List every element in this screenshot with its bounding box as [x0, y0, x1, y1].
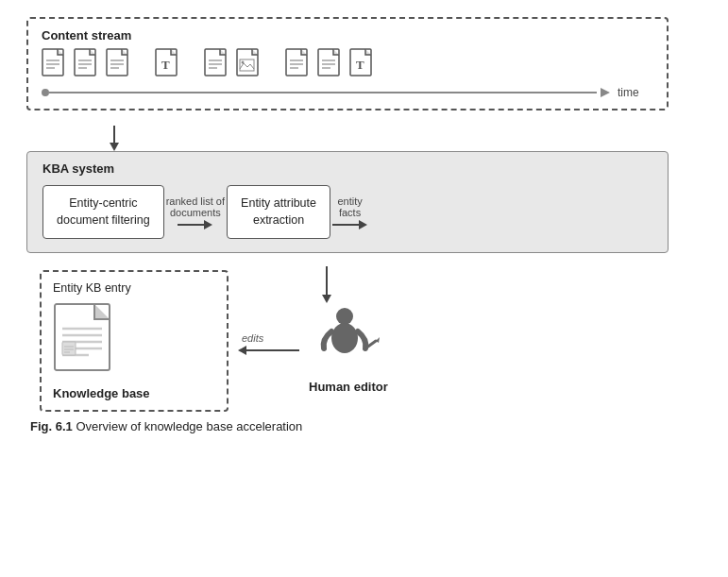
fig-number: Fig. 6.1 [30, 419, 73, 433]
svg-point-41 [336, 308, 353, 325]
fig-description: Overview of knowledge base acceleration [76, 419, 302, 433]
kba-system-box: KBA system Entity-centricdocument filter… [26, 151, 669, 253]
diagram-container: Content stream [0, 0, 728, 443]
doc-icon-5 [204, 48, 230, 80]
doc-icon-1 [42, 48, 68, 80]
human-editor-icon [316, 307, 381, 378]
content-stream-label: Content stream [42, 28, 653, 42]
doc-icon-2 [74, 48, 100, 80]
edits-label: edits [242, 332, 263, 344]
arrow-down [110, 126, 119, 151]
doc-icon-7 [285, 48, 312, 80]
arrow-down-container [26, 126, 702, 151]
doc-icon-8 [317, 48, 344, 80]
edits-line [246, 349, 299, 351]
entity-extraction-label: Entity attributeextraction [241, 196, 316, 227]
entity-filter-label: Entity-centricdocument filtering [57, 196, 150, 227]
human-editor-container: Human editor [309, 307, 388, 394]
entity-extraction-box: Entity attributeextraction [227, 185, 330, 239]
doc-icon-3 [106, 48, 132, 80]
time-arrow: time [42, 86, 653, 99]
doc-icon-9: T [349, 48, 376, 80]
svg-text:T: T [161, 58, 170, 72]
ranked-list-arrow-wrapper: ranked list ofdocuments [166, 195, 225, 229]
kb-doc-icon [53, 302, 119, 376]
entity-facts-label: entityfacts [337, 195, 362, 218]
svg-text:T: T [356, 58, 364, 72]
knowledge-base-box: Entity KB entry Knowledge base [40, 270, 229, 412]
svg-point-42 [331, 323, 358, 353]
entity-filter-box: Entity-centricdocument filtering [42, 185, 164, 239]
human-editor-label: Human editor [309, 380, 388, 394]
edits-arrowhead [238, 346, 246, 355]
kba-flow: Entity-centricdocument filtering ranked … [42, 185, 652, 239]
documents-row: T [42, 48, 653, 80]
bottom-layout: Entity KB entry Knowledge base [26, 270, 669, 412]
time-label: time [618, 86, 639, 99]
edits-arrow-container: edits [238, 346, 299, 355]
entity-facts-arrow [332, 220, 367, 229]
doc-icon-6 [236, 48, 262, 80]
doc-icon-4: T [155, 48, 181, 80]
entity-kb-entry-label: Entity KB entry [53, 281, 215, 295]
ranked-list-arrow [178, 220, 212, 229]
knowledge-base-label: Knowledge base [53, 386, 215, 400]
entity-facts-arrow-wrapper: entityfacts [332, 195, 367, 229]
content-stream-box: Content stream [26, 17, 669, 110]
ranked-list-label: ranked list ofdocuments [166, 195, 225, 218]
svg-rect-37 [62, 342, 76, 355]
kba-system-label: KBA system [42, 161, 652, 176]
kba-down-arrow [322, 266, 331, 303]
svg-point-20 [242, 61, 245, 64]
figure-caption: Fig. 6.1 Overview of knowledge base acce… [26, 419, 702, 433]
